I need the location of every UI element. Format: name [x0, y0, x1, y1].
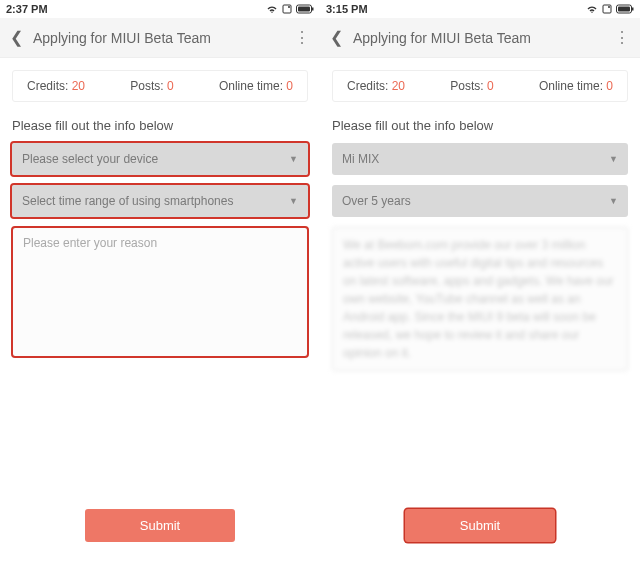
more-icon[interactable]: ⋮ — [614, 35, 630, 41]
svg-rect-8 — [618, 7, 630, 12]
page-title: Applying for MIUI Beta Team — [353, 30, 604, 46]
chevron-down-icon: ▼ — [289, 196, 298, 206]
svg-rect-5 — [603, 5, 611, 13]
page-title: Applying for MIUI Beta Team — [33, 30, 284, 46]
svg-rect-4 — [312, 8, 314, 11]
stats-bar: Credits: 20 Posts: 0 Online time: 0 — [12, 70, 308, 102]
credits-stat: Credits: 20 — [27, 79, 85, 93]
chevron-down-icon: ▼ — [609, 196, 618, 206]
stopwatch-icon — [602, 4, 612, 14]
reason-textarea[interactable]: We at Beebom.com provide our over 3 mill… — [332, 227, 628, 371]
time-range-value: Over 5 years — [342, 194, 411, 208]
battery-icon — [616, 4, 634, 14]
submit-button[interactable]: Submit — [85, 509, 235, 542]
back-icon[interactable]: ❮ — [10, 28, 23, 47]
form: Mi MIX ▼ Over 5 years ▼ We at Beebom.com… — [320, 143, 640, 371]
app-header: ❮ Applying for MIUI Beta Team ⋮ — [0, 18, 320, 58]
wifi-icon — [266, 4, 278, 14]
status-bar: 3:15 PM — [320, 0, 640, 18]
submit-button[interactable]: Submit — [405, 509, 555, 542]
chevron-down-icon: ▼ — [289, 154, 298, 164]
reason-textarea[interactable]: Please enter your reason — [12, 227, 308, 357]
section-label: Please fill out the info below — [320, 102, 640, 143]
time-range-select[interactable]: Select time range of using smartphones ▼ — [12, 185, 308, 217]
status-bar: 2:37 PM — [0, 0, 320, 18]
posts-stat: Posts: 0 — [450, 79, 493, 93]
back-icon[interactable]: ❮ — [330, 28, 343, 47]
stopwatch-icon — [282, 4, 292, 14]
time-range-select[interactable]: Over 5 years ▼ — [332, 185, 628, 217]
svg-point-6 — [608, 6, 610, 8]
time-range-value: Select time range of using smartphones — [22, 194, 233, 208]
svg-rect-3 — [298, 7, 310, 12]
submit-area: Submit — [320, 495, 640, 566]
status-icons — [266, 4, 314, 14]
stats-bar: Credits: 20 Posts: 0 Online time: 0 — [332, 70, 628, 102]
device-select-value: Please select your device — [22, 152, 158, 166]
section-label: Please fill out the info below — [0, 102, 320, 143]
form: Please select your device ▼ Select time … — [0, 143, 320, 357]
battery-icon — [296, 4, 314, 14]
svg-rect-0 — [283, 5, 291, 13]
device-select[interactable]: Please select your device ▼ — [12, 143, 308, 175]
status-time: 2:37 PM — [6, 3, 48, 15]
wifi-icon — [586, 4, 598, 14]
status-icons — [586, 4, 634, 14]
chevron-down-icon: ▼ — [609, 154, 618, 164]
status-time: 3:15 PM — [326, 3, 368, 15]
online-stat: Online time: 0 — [219, 79, 293, 93]
posts-stat: Posts: 0 — [130, 79, 173, 93]
svg-rect-9 — [632, 8, 634, 11]
screen-left: 2:37 PM ❮ Applying for MIUI Beta Team ⋮ … — [0, 0, 320, 566]
device-select-value: Mi MIX — [342, 152, 379, 166]
online-stat: Online time: 0 — [539, 79, 613, 93]
svg-point-1 — [288, 6, 290, 8]
submit-area: Submit — [0, 495, 320, 566]
device-select[interactable]: Mi MIX ▼ — [332, 143, 628, 175]
app-header: ❮ Applying for MIUI Beta Team ⋮ — [320, 18, 640, 58]
screen-right: 3:15 PM ❮ Applying for MIUI Beta Team ⋮ … — [320, 0, 640, 566]
more-icon[interactable]: ⋮ — [294, 35, 310, 41]
credits-stat: Credits: 20 — [347, 79, 405, 93]
